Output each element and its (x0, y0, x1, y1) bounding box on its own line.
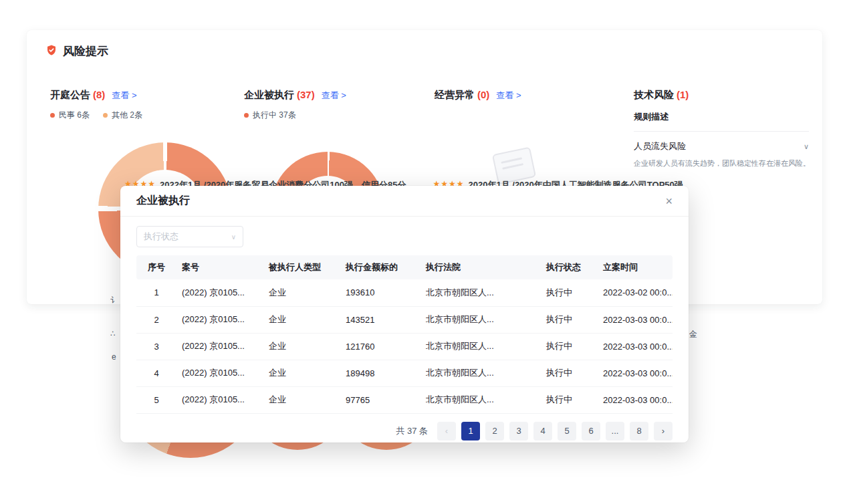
clipped-text-fragment: ∴ (110, 329, 119, 338)
cell-case-no: (2022) 京0105... (176, 360, 263, 386)
court-chart-legend: 民事 6条 其他 2条 (50, 110, 142, 121)
cell-type: 企业 (263, 279, 340, 306)
close-icon[interactable]: × (665, 195, 673, 207)
cell-court: 北京市朝阳区人... (420, 306, 541, 333)
table-row: 5 (2022) 京0105... 企业 97765 北京市朝阳区人... 执行… (136, 386, 673, 413)
tech-risk-item-desc: 企业研发人员有流失趋势，团队稳定性存在潜在风险。 (634, 158, 809, 168)
col-label: 技术风险 (634, 89, 674, 102)
chevron-down-icon: ∨ (804, 142, 809, 151)
cell-type: 企业 (263, 306, 340, 333)
pagination-total: 共 37 条 (396, 425, 428, 437)
table-row: 4 (2022) 京0105... 企业 189498 北京市朝阳区人... 执… (136, 360, 673, 386)
legend-dot-in-progress (244, 113, 249, 118)
risk-col-tech-risk: 技术风险 (1) 规则描述 人员流失风险 ∨ 企业研发人员有流失趋势，团队稳定性… (634, 89, 809, 168)
table-row: 1 (2022) 京0105... 企业 193610 北京市朝阳区人... 执… (136, 279, 673, 306)
chevron-down-icon: ∨ (231, 233, 236, 241)
cell-amount: 121760 (340, 333, 420, 360)
cell-date: 2022-03-03 00:0... (598, 306, 673, 333)
cell-court: 北京市朝阳区人... (420, 360, 541, 386)
cell-status: 执行中 (541, 386, 598, 413)
cell-status: 执行中 (541, 360, 598, 386)
cell-date: 2022-03-03 00:0... (598, 333, 673, 360)
col-header: 执行法院 (420, 255, 541, 279)
cell-index: 2 (136, 306, 176, 333)
risk-col-court-announcement: 开庭公告 (8) 查看 > (50, 89, 137, 102)
pagination-page-6[interactable]: 6 (582, 422, 600, 440)
cell-status: 执行中 (541, 279, 598, 306)
dialog-title: 企业被执行 (136, 194, 190, 208)
pagination-ellipsis[interactable]: ... (606, 422, 624, 440)
view-link-abnormal[interactable]: 查看 > (496, 90, 521, 102)
cell-type: 企业 (263, 386, 340, 413)
cell-court: 北京市朝阳区人... (420, 386, 541, 413)
cell-index: 1 (136, 279, 176, 306)
dialog-header: 企业被执行 × (120, 186, 689, 217)
pagination-page-8[interactable]: 8 (630, 422, 648, 440)
pagination-page-2[interactable]: 2 (485, 422, 504, 440)
col-label: 经营异常 (435, 89, 475, 102)
col-count: (1) (677, 89, 689, 100)
enforcement-table: 序号 案号 被执行人类型 执行金额标的 执行法院 执行状态 立案时间 1 (20… (136, 255, 673, 414)
col-count: (8) (93, 89, 105, 100)
col-header: 被执行人类型 (263, 255, 340, 279)
legend-label: 执行中 37条 (253, 110, 296, 121)
cell-date: 2022-03-03 00:0... (598, 360, 673, 386)
view-link-enforced[interactable]: 查看 > (322, 90, 346, 102)
col-label: 开庭公告 (50, 89, 90, 102)
shield-icon (45, 44, 57, 59)
table-header-row: 序号 案号 被执行人类型 执行金额标的 执行法院 执行状态 立案时间 (136, 255, 673, 279)
pagination-page-5[interactable]: 5 (558, 422, 576, 440)
pagination: 共 37 条 ‹ 1 2 3 4 5 6 ... 8 › (136, 422, 673, 440)
cell-case-no: (2022) 京0105... (176, 279, 263, 306)
pagination-prev-button[interactable]: ‹ (437, 422, 456, 440)
cell-status: 执行中 (541, 306, 598, 333)
col-header: 序号 (136, 255, 176, 279)
cell-date: 2022-03-02 00:0... (598, 279, 673, 306)
cell-type: 企业 (263, 333, 340, 360)
col-header: 案号 (176, 255, 263, 279)
table-row: 2 (2022) 京0105... 企业 143521 北京市朝阳区人... 执… (136, 306, 673, 333)
legend-dot-civil (50, 113, 55, 118)
risk-col-enforced: 企业被执行 (37) 查看 > (244, 89, 346, 102)
cell-amount: 97765 (340, 386, 420, 413)
table-row: 3 (2022) 京0105... 企业 121760 北京市朝阳区人... 执… (136, 333, 673, 360)
rule-description-heading: 规则描述 (634, 111, 809, 123)
cell-amount: 193610 (340, 279, 420, 306)
pagination-page-1[interactable]: 1 (461, 422, 480, 440)
clipped-text-fragment: e (112, 352, 120, 362)
cell-case-no: (2022) 京0105... (176, 306, 263, 333)
pagination-page-3[interactable]: 3 (509, 422, 528, 440)
risk-panel-header: 风险提示 (45, 43, 108, 59)
col-label: 企业被执行 (244, 89, 294, 102)
col-header: 执行金额标的 (340, 255, 420, 279)
risk-panel-title: 风险提示 (63, 43, 108, 59)
cell-case-no: (2022) 京0105... (176, 386, 263, 413)
cell-index: 5 (136, 386, 176, 413)
enforced-detail-dialog: 企业被执行 × 执行状态 ∨ 序号 案号 被执行人类型 执行金额标的 执行法院 … (120, 186, 689, 443)
pagination-next-button[interactable]: › (654, 422, 673, 440)
cell-case-no: (2022) 京0105... (176, 333, 263, 360)
legend-label: 其他 2条 (112, 110, 142, 121)
cell-status: 执行中 (541, 333, 598, 360)
view-link-court[interactable]: 查看 > (112, 90, 136, 102)
cell-date: 2022-03-03 00:0... (598, 386, 673, 413)
legend-label: 民事 6条 (59, 110, 90, 121)
tech-risk-item-label: 人员流失风险 (634, 140, 686, 152)
tech-risk-item[interactable]: 人员流失风险 ∨ (634, 140, 809, 152)
cell-amount: 143521 (340, 306, 420, 333)
cell-index: 4 (136, 360, 176, 386)
select-placeholder: 执行状态 (144, 231, 178, 243)
pagination-page-4[interactable]: 4 (533, 422, 552, 440)
cell-index: 3 (136, 333, 176, 360)
cell-court: 北京市朝阳区人... (420, 333, 541, 360)
cell-amount: 189498 (340, 360, 420, 386)
clipped-text-fragment: 讠 (110, 295, 119, 304)
enforcement-status-select[interactable]: 执行状态 ∨ (136, 226, 243, 247)
col-header: 执行状态 (541, 255, 598, 279)
clipped-text-fragment: 金 (689, 329, 698, 338)
divider (634, 131, 809, 132)
legend-dot-other (103, 113, 108, 118)
col-count: (0) (477, 89, 489, 100)
col-header: 立案时间 (598, 255, 673, 279)
col-count: (37) (297, 89, 315, 100)
